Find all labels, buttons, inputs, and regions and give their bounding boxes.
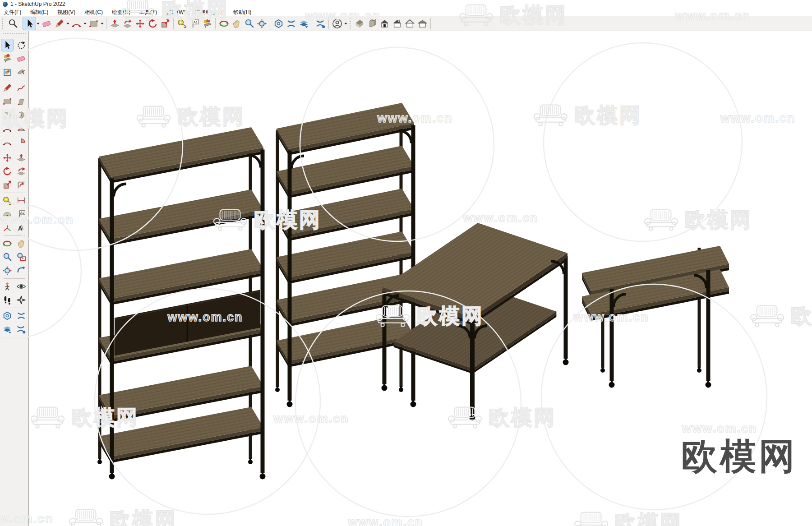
follow-me-button[interactable]	[15, 166, 27, 177]
move-button[interactable]	[134, 17, 146, 30]
menu-item-extensions[interactable]: 扩展程序 (x)	[194, 9, 224, 16]
section-fills-button[interactable]	[297, 17, 310, 30]
pan-button[interactable]	[230, 17, 243, 30]
rotate-button[interactable]	[1, 166, 13, 177]
model-shelf-unit-middle[interactable]	[275, 103, 416, 407]
menu-item-camera[interactable]: 相机(C)	[84, 9, 103, 16]
text-button[interactable]: A1	[188, 17, 201, 30]
line-button[interactable]	[53, 17, 65, 30]
tape-measure-button[interactable]	[175, 17, 188, 30]
menu-item-window[interactable]: 窗口(W)	[166, 9, 185, 16]
menu-item-draw[interactable]: 绘图(R)	[112, 9, 130, 16]
section-fills-button[interactable]	[1, 323, 13, 335]
look-around-button[interactable]	[15, 281, 27, 292]
pan-button[interactable]	[15, 238, 27, 249]
view-back-button[interactable]	[391, 17, 403, 30]
push-pull-button[interactable]	[108, 17, 121, 30]
menu-item-file[interactable]: 文件(F)	[4, 9, 21, 16]
select-button[interactable]	[1, 39, 13, 51]
tag-button[interactable]	[15, 66, 27, 78]
zoom-button[interactable]	[243, 17, 255, 30]
rectangle-button[interactable]	[1, 96, 13, 107]
walk-button[interactable]	[1, 294, 13, 306]
circle-button[interactable]	[1, 109, 13, 121]
navigation-icon	[16, 295, 26, 305]
3d-text-button[interactable]: AA	[15, 222, 27, 234]
zoom-button[interactable]	[1, 251, 13, 263]
section-plane-button[interactable]	[1, 310, 13, 322]
protractor-button[interactable]	[1, 208, 13, 220]
sign-in-dropdown[interactable]	[343, 17, 348, 30]
model-shelf-unit-left[interactable]	[97, 127, 266, 480]
arcs-button[interactable]	[70, 17, 83, 30]
paint-bucket-button[interactable]	[201, 17, 213, 30]
view-top-button[interactable]	[365, 17, 378, 30]
shapes-dropdown[interactable]	[100, 17, 104, 30]
section-display-button[interactable]	[314, 17, 327, 30]
navigation-button[interactable]	[15, 294, 27, 306]
sign-in-button[interactable]	[331, 17, 343, 30]
app-logo-icon	[3, 2, 8, 7]
section-cuts-button[interactable]	[285, 17, 297, 30]
eraser-button[interactable]	[15, 53, 27, 65]
arc-button[interactable]	[1, 123, 13, 134]
search-button[interactable]	[6, 17, 19, 30]
previous-view-icon	[16, 266, 26, 276]
three-point-arc-button[interactable]	[1, 136, 13, 148]
axes-button[interactable]	[1, 222, 13, 234]
rotated-rectangle-button[interactable]	[15, 96, 27, 107]
eraser-button[interactable]	[40, 17, 53, 30]
toolbar-grip[interactable]	[2, 18, 5, 29]
move-button[interactable]	[1, 152, 13, 164]
section-plane-button[interactable]	[272, 17, 285, 30]
view-iso-button[interactable]	[353, 17, 365, 30]
section-cuts-button[interactable]	[15, 310, 27, 322]
eraser-icon	[16, 54, 26, 64]
select-button[interactable]	[23, 17, 36, 30]
toolbar-separator	[4, 235, 25, 236]
offset-button[interactable]	[15, 179, 27, 191]
two-point-arc-button[interactable]	[15, 123, 27, 134]
tape-measure-button[interactable]	[1, 195, 13, 207]
menu-item-view[interactable]: 视图(V)	[57, 9, 75, 16]
paint-bucket-button[interactable]	[1, 53, 13, 65]
polygon-button[interactable]	[15, 109, 27, 121]
shapes-button[interactable]	[87, 17, 100, 30]
zoom-extents-button[interactable]	[1, 265, 13, 277]
dimension-button[interactable]	[15, 195, 27, 207]
arcs-icon	[71, 18, 82, 29]
pie-button[interactable]	[15, 136, 27, 148]
view-front-button[interactable]	[378, 17, 391, 30]
line-button[interactable]	[1, 82, 13, 94]
previous-view-button[interactable]	[15, 265, 27, 277]
toolbar-separator	[270, 18, 270, 29]
select-dropdown[interactable]	[36, 17, 40, 30]
push-pull-button[interactable]	[15, 152, 27, 164]
zoom-extents-button[interactable]	[255, 17, 268, 30]
line-dropdown[interactable]	[65, 17, 70, 30]
orbit-button[interactable]	[217, 17, 230, 30]
scale-button[interactable]	[159, 17, 171, 30]
menu-item-edit[interactable]: 编辑(E)	[30, 9, 48, 16]
rotate-button[interactable]	[146, 17, 159, 30]
text-button[interactable]: A1	[15, 208, 27, 220]
model-tv-bench[interactable]	[582, 246, 729, 388]
menu-item-help[interactable]: 帮助(H)	[233, 9, 252, 16]
scale-button[interactable]	[1, 179, 13, 191]
position-camera-button[interactable]	[1, 281, 13, 292]
menu-item-tools[interactable]: 工具(T)	[139, 9, 157, 16]
zoom-window-button[interactable]	[15, 251, 27, 263]
component-button[interactable]	[1, 66, 13, 78]
view-left-button[interactable]	[403, 17, 416, 30]
orbit-button[interactable]	[1, 238, 13, 249]
follow-me-button[interactable]	[121, 17, 134, 30]
toolbar-separator	[4, 80, 25, 80]
lasso-select-button[interactable]	[15, 39, 27, 51]
toolbar-grip[interactable]	[3, 33, 26, 37]
arcs-dropdown[interactable]	[83, 17, 87, 30]
view-right-button[interactable]	[416, 17, 429, 30]
freehand-button[interactable]	[15, 82, 27, 94]
section-cuts-icon	[16, 311, 26, 321]
section-display-button[interactable]	[15, 323, 27, 335]
select-icon	[2, 40, 12, 50]
